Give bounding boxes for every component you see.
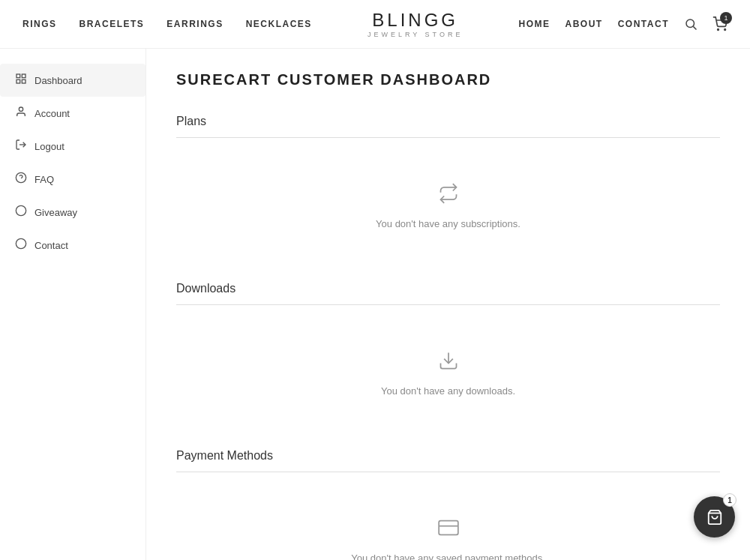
svg-point-3	[724, 29, 726, 31]
svg-rect-7	[22, 79, 26, 83]
cart-icon[interactable]: 1	[712, 16, 728, 31]
sidebar-item-dashboard[interactable]: Dashboard	[0, 64, 146, 97]
main-content: SURECART CUSTOMER DASHBOARD Plans You do…	[146, 49, 750, 560]
payment-methods-empty-state: You don't have any saved payment methods…	[176, 495, 720, 560]
section-plans: Plans You don't have any subscriptions.	[176, 115, 720, 252]
floating-cart-button[interactable]: 1	[694, 496, 735, 538]
plans-empty-state: You don't have any subscriptions.	[176, 160, 720, 252]
nav-necklaces[interactable]: NECKLACES	[246, 19, 312, 29]
svg-rect-15	[439, 521, 458, 535]
contact-icon	[15, 238, 27, 253]
sidebar-label-account: Account	[34, 108, 70, 119]
svg-point-12	[16, 205, 26, 215]
svg-point-8	[19, 107, 22, 111]
nav-links-right: HOME ABOUT CONTACT 1	[519, 16, 728, 31]
sidebar: Dashboard Account Logout	[0, 49, 146, 560]
downloads-icon	[438, 350, 459, 376]
brand-subtitle: JEWELRY STORE	[368, 31, 464, 38]
payment-methods-title: Payment Methods	[176, 449, 720, 463]
subscriptions-icon	[438, 183, 459, 209]
top-nav: RINGS BRACELETS EARRINGS NECKLACES BLING…	[0, 0, 750, 49]
svg-rect-6	[16, 79, 20, 83]
sidebar-item-account[interactable]: Account	[0, 97, 146, 130]
downloads-title: Downloads	[176, 282, 720, 295]
sidebar-item-contact[interactable]: Contact	[0, 229, 146, 262]
nav-bracelets[interactable]: BRACELETS	[80, 19, 145, 29]
sidebar-label-faq: FAQ	[34, 174, 54, 185]
plans-title: Plans	[176, 115, 720, 128]
logout-icon	[15, 139, 27, 154]
sidebar-label-contact: Contact	[34, 240, 68, 251]
svg-rect-5	[22, 74, 26, 78]
brand-logo[interactable]: BLINGG JEWELRY STORE	[368, 10, 464, 38]
sidebar-item-logout[interactable]: Logout	[0, 130, 146, 163]
cart-badge: 1	[720, 12, 732, 24]
downloads-empty-text: You don't have any downloads.	[381, 385, 515, 397]
nav-home[interactable]: HOME	[519, 19, 550, 29]
faq-icon	[15, 172, 27, 187]
plans-empty-text: You don't have any subscriptions.	[376, 218, 520, 229]
page-title: SURECART CUSTOMER DASHBOARD	[176, 71, 720, 88]
downloads-divider	[176, 304, 720, 305]
plans-divider	[176, 137, 720, 138]
search-icon[interactable]	[684, 17, 698, 31]
nav-links-left: RINGS BRACELETS EARRINGS NECKLACES	[22, 19, 312, 29]
nav-contact[interactable]: CONTACT	[618, 19, 669, 29]
sidebar-label-logout: Logout	[34, 141, 64, 152]
sidebar-item-faq[interactable]: FAQ	[0, 163, 146, 196]
payment-methods-divider	[176, 472, 720, 472]
sidebar-item-giveaway[interactable]: Giveaway	[0, 196, 146, 229]
giveaway-icon	[15, 205, 27, 220]
svg-point-2	[718, 29, 719, 31]
downloads-empty-state: You don't have any downloads.	[176, 328, 720, 419]
section-payment-methods: Payment Methods You don't have any saved…	[176, 449, 720, 560]
floating-cart-badge: 1	[723, 493, 736, 507]
nav-earrings[interactable]: EARRINGS	[166, 19, 223, 29]
brand-name: BLINGG	[368, 10, 464, 31]
page-container: Dashboard Account Logout	[0, 49, 750, 560]
svg-point-0	[686, 19, 694, 28]
payment-icon	[438, 517, 459, 544]
svg-rect-4	[16, 74, 20, 78]
sidebar-label-dashboard: Dashboard	[34, 75, 82, 86]
payment-methods-empty-text: You don't have any saved payment methods…	[351, 553, 545, 560]
dashboard-icon	[15, 73, 27, 88]
sidebar-label-giveaway: Giveaway	[34, 207, 77, 218]
section-downloads: Downloads You don't have any downloads.	[176, 282, 720, 419]
nav-rings[interactable]: RINGS	[22, 19, 57, 29]
svg-line-1	[693, 26, 696, 29]
nav-about[interactable]: ABOUT	[566, 19, 603, 29]
account-icon	[15, 106, 27, 121]
svg-point-13	[16, 238, 26, 248]
